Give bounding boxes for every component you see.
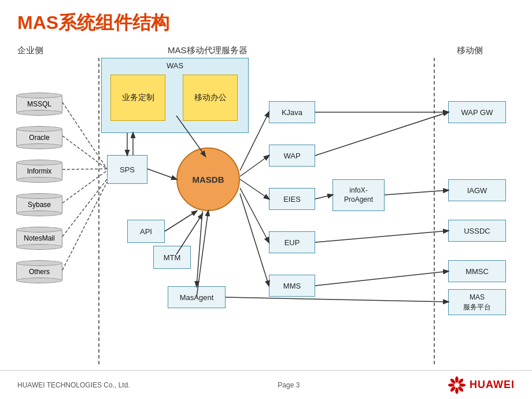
svg-line-16	[240, 188, 269, 242]
section-label-right: 移动侧	[457, 45, 483, 56]
box-iagw: IAGW	[448, 179, 506, 201]
was-container: WAS 业务定制 移动办公	[101, 58, 249, 133]
box-wap: WAP	[269, 145, 315, 167]
svg-line-14	[240, 156, 269, 176]
svg-line-10	[165, 211, 197, 231]
svg-line-5	[62, 182, 107, 270]
svg-point-32	[448, 383, 455, 387]
db-notesmail: NotesMail	[16, 227, 62, 250]
was-label: WAS	[102, 61, 248, 70]
box-sps: SPS	[107, 155, 147, 184]
box-infox: infoX-ProAgent	[332, 179, 385, 211]
huawei-brand-text: HUAWEI	[470, 379, 515, 391]
svg-line-1	[62, 136, 107, 169]
svg-point-30	[455, 387, 459, 394]
svg-line-17	[240, 194, 269, 286]
huawei-logo: HUAWEI	[448, 376, 515, 394]
db-others: Others	[16, 260, 62, 283]
db-informix: Informix	[16, 160, 62, 183]
divider-left	[98, 58, 99, 364]
db-oracle: Oracle	[16, 126, 62, 149]
box-wapgw: WAP GW	[448, 101, 506, 123]
footer-company: HUAWEI TECHNOLOGIES Co., Ltd.	[17, 381, 130, 389]
page-title: MAS系统组件结构	[17, 10, 169, 36]
box-yidong: 移动办公	[183, 75, 238, 121]
svg-point-26	[455, 376, 459, 382]
box-kjava: KJava	[269, 101, 315, 123]
huawei-flower-icon	[448, 376, 466, 394]
box-mtm: MTM	[153, 246, 191, 269]
box-mmsc: MMSC	[448, 260, 506, 282]
svg-line-12	[197, 211, 208, 297]
box-api: API	[127, 220, 165, 243]
svg-line-3	[62, 171, 107, 203]
box-mas-platform: MAS服务平台	[448, 289, 506, 315]
svg-line-8	[147, 169, 176, 179]
svg-line-18	[197, 211, 202, 286]
box-masagent: MasAgent	[168, 286, 226, 308]
section-label-left: 企业侧	[17, 45, 43, 56]
box-eup: EUP	[269, 231, 315, 253]
svg-line-2	[62, 169, 107, 169]
box-mms: MMS	[269, 275, 315, 297]
svg-line-22	[385, 190, 448, 195]
box-ussdc: USSDC	[448, 220, 506, 242]
svg-line-24	[315, 271, 448, 286]
divider-right	[434, 58, 435, 364]
db-sybase: Sybase	[16, 193, 62, 216]
box-masdb: MASDB	[176, 147, 240, 211]
footer-page: Page 3	[278, 381, 300, 389]
svg-line-23	[315, 231, 448, 242]
box-eies: EIES	[269, 188, 315, 210]
svg-line-4	[62, 179, 107, 237]
db-mssql: MSSQL	[16, 93, 62, 116]
diagram-area: 企业侧 MAS移动代理服务器 移动侧 MSSQL Oracle Informix…	[0, 40, 532, 370]
svg-line-15	[240, 179, 269, 199]
footer: HUAWEI TECHNOLOGIES Co., Ltd. Page 3 HUA…	[0, 370, 532, 399]
svg-line-0	[62, 102, 107, 169]
box-yewu: 业务定制	[110, 75, 165, 121]
svg-line-21	[315, 195, 332, 199]
svg-line-20	[315, 112, 448, 156]
svg-point-28	[459, 383, 466, 387]
connection-lines	[0, 40, 532, 370]
section-label-middle: MAS移动代理服务器	[168, 45, 247, 56]
svg-line-25	[226, 297, 448, 302]
